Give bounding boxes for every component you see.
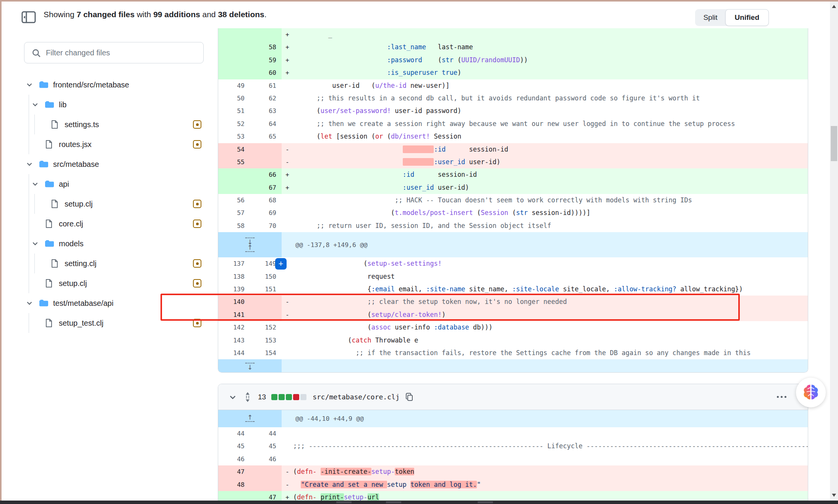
sidebar-collapse-icon[interactable] xyxy=(21,11,36,24)
line-number-gutter[interactable]: 48 xyxy=(218,478,282,491)
line-number-gutter[interactable]: 55 xyxy=(218,156,282,168)
new-line-number[interactable]: 151 xyxy=(250,283,282,296)
line-number-gutter[interactable]: 139151 xyxy=(218,283,282,296)
chevron-down-icon[interactable] xyxy=(26,81,34,88)
new-line-number[interactable]: 64 xyxy=(250,118,282,130)
new-line-number[interactable]: 61 xyxy=(250,79,282,92)
line-number-gutter[interactable]: 138150 xyxy=(218,270,282,283)
new-line-number[interactable]: 70 xyxy=(250,220,282,232)
line-number-gutter[interactable]: 144154 xyxy=(218,347,282,359)
tree-file-settings-ts[interactable]: settings.ts xyxy=(17,115,204,134)
collapse-file-chevron-icon[interactable] xyxy=(229,393,237,401)
old-line-number[interactable] xyxy=(218,66,250,79)
extension-brain-badge[interactable] xyxy=(796,378,826,407)
new-line-number[interactable]: 59 xyxy=(250,54,282,66)
new-line-number[interactable]: 62 xyxy=(250,92,282,105)
tree-folder-models[interactable]: models xyxy=(17,234,204,254)
new-line-number[interactable] xyxy=(250,143,282,156)
new-line-number[interactable]: 152 xyxy=(250,321,282,334)
line-number-gutter[interactable]: 5769 xyxy=(218,207,282,219)
line-number-gutter[interactable]: 58 xyxy=(218,41,282,53)
chevron-down-icon[interactable] xyxy=(26,300,34,307)
new-line-number[interactable]: 66 xyxy=(250,168,282,181)
old-line-number[interactable]: 140 xyxy=(218,296,250,308)
new-line-number[interactable] xyxy=(250,28,282,41)
line-number-gutter[interactable]: 143153 xyxy=(218,334,282,347)
new-line-number[interactable]: 60 xyxy=(250,66,282,79)
expand-down-button[interactable]: ↓ xyxy=(218,359,282,372)
old-line-number[interactable]: 144 xyxy=(218,347,250,359)
line-number-gutter[interactable]: 59 xyxy=(218,54,282,66)
new-line-number[interactable] xyxy=(250,465,282,478)
line-number-gutter[interactable] xyxy=(218,28,282,41)
tree-file-routes-jsx[interactable]: routes.jsx xyxy=(17,134,204,154)
add-comment-button[interactable]: + xyxy=(275,258,287,270)
old-line-number[interactable]: 58 xyxy=(218,220,250,232)
old-line-number[interactable]: 142 xyxy=(218,321,250,334)
new-line-number[interactable]: 45 xyxy=(250,440,282,452)
old-line-number[interactable]: 44 xyxy=(218,427,250,440)
old-line-number[interactable]: 55 xyxy=(218,156,250,168)
old-line-number[interactable]: 52 xyxy=(218,118,250,130)
tree-folder-frontend-src-metabase[interactable]: frontend/src/metabase xyxy=(17,75,204,95)
old-line-number[interactable] xyxy=(218,41,250,53)
new-line-number[interactable]: 44 xyxy=(250,427,282,440)
line-number-gutter[interactable]: 141 xyxy=(218,309,282,321)
chevron-down-icon[interactable] xyxy=(32,101,39,108)
line-number-gutter[interactable]: 5365 xyxy=(218,130,282,143)
tree-file-setup-clj[interactable]: setup.clj xyxy=(17,194,204,214)
page-scrollbar[interactable] xyxy=(830,2,838,501)
old-line-number[interactable]: 54 xyxy=(218,143,250,156)
new-line-number[interactable] xyxy=(250,309,282,321)
new-line-number[interactable]: 63 xyxy=(250,105,282,117)
expand-up-button[interactable]: ↑ xyxy=(218,410,282,427)
tree-file-setting-clj[interactable]: setting.clj xyxy=(17,254,204,273)
line-number-gutter[interactable]: 137149 xyxy=(218,257,282,270)
line-number-gutter[interactable]: 5668 xyxy=(218,194,282,207)
old-line-number[interactable]: 50 xyxy=(218,92,250,105)
old-line-number[interactable] xyxy=(218,28,250,41)
new-line-number[interactable] xyxy=(250,296,282,308)
old-line-number[interactable]: 137 xyxy=(218,257,250,270)
tree-file-core-clj[interactable]: core.clj xyxy=(17,214,204,234)
old-line-number[interactable]: 45 xyxy=(218,440,250,452)
copy-path-icon[interactable] xyxy=(405,393,413,402)
line-number-gutter[interactable]: 5264 xyxy=(218,118,282,130)
new-line-number[interactable] xyxy=(250,156,282,168)
new-line-number[interactable]: 58 xyxy=(250,41,282,53)
line-number-gutter[interactable]: 4545 xyxy=(218,440,282,452)
old-line-number[interactable]: 46 xyxy=(218,453,250,465)
new-line-number[interactable]: 154 xyxy=(250,347,282,359)
line-number-gutter[interactable]: 140 xyxy=(218,296,282,308)
tree-folder-lib[interactable]: lib xyxy=(17,95,204,115)
line-number-gutter[interactable]: 67 xyxy=(218,181,282,194)
chevron-down-icon[interactable] xyxy=(32,181,39,187)
new-line-number[interactable]: 68 xyxy=(250,194,282,207)
new-line-number[interactable]: 150 xyxy=(250,270,282,283)
new-line-number[interactable]: 153 xyxy=(250,334,282,347)
line-number-gutter[interactable]: 4444 xyxy=(218,427,282,440)
unified-view-button[interactable]: Unified xyxy=(725,9,769,26)
old-line-number[interactable]: 53 xyxy=(218,130,250,143)
tree-file-setup-clj[interactable]: setup.clj xyxy=(17,273,204,293)
tree-file-setup-test-clj[interactable]: setup_test.clj xyxy=(17,313,204,333)
old-line-number[interactable]: 49 xyxy=(218,79,250,92)
old-line-number[interactable]: 48 xyxy=(218,478,250,491)
old-line-number[interactable]: 139 xyxy=(218,283,250,296)
line-number-gutter[interactable]: 4646 xyxy=(218,453,282,465)
old-line-number[interactable]: 143 xyxy=(218,334,250,347)
new-line-number[interactable]: 65 xyxy=(250,130,282,143)
scrollbar-thumb[interactable] xyxy=(831,126,837,161)
line-number-gutter[interactable]: 47 xyxy=(218,465,282,478)
old-line-number[interactable]: 57 xyxy=(218,207,250,219)
line-number-gutter[interactable]: 142152 xyxy=(218,321,282,334)
old-line-number[interactable]: 141 xyxy=(218,309,250,321)
chevron-down-icon[interactable] xyxy=(26,161,34,168)
new-line-number[interactable]: 69 xyxy=(250,207,282,219)
old-line-number[interactable] xyxy=(218,181,250,194)
expand-both-button[interactable]: ↓↑ xyxy=(218,232,282,257)
line-number-gutter[interactable]: 66 xyxy=(218,168,282,181)
split-view-button[interactable]: Split xyxy=(703,13,718,22)
line-number-gutter[interactable]: 5163 xyxy=(218,105,282,117)
old-line-number[interactable]: 138 xyxy=(218,270,250,283)
